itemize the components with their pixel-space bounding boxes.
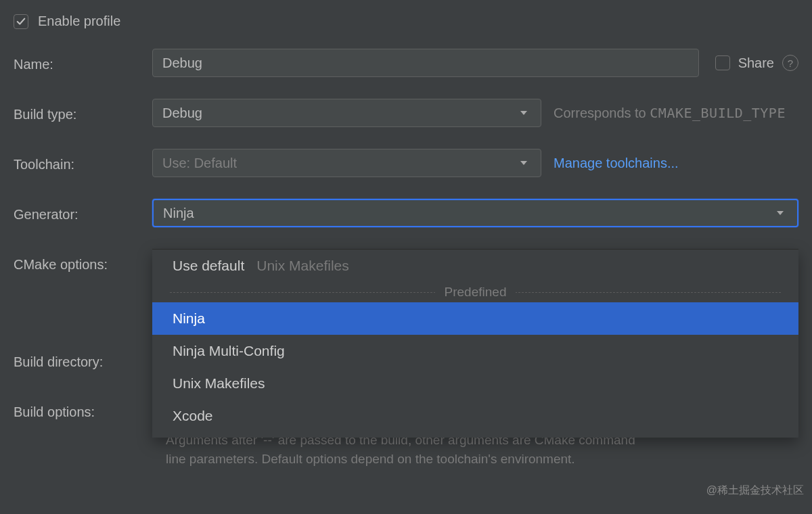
share-group: Share ? xyxy=(715,55,798,71)
enable-profile-label: Enable profile xyxy=(38,14,120,29)
build-type-value: Debug xyxy=(162,106,516,121)
build-type-label: Build type: xyxy=(14,104,152,122)
chevron-down-icon xyxy=(516,160,531,166)
help-icon[interactable]: ? xyxy=(782,55,798,71)
generator-option-default[interactable]: Use default Unix Makefiles xyxy=(152,250,798,282)
generator-option-ninja-multi[interactable]: Ninja Multi-Config xyxy=(152,335,798,367)
manage-toolchains-link[interactable]: Manage toolchains... xyxy=(554,156,679,171)
generator-dropdown: Use default Unix Makefiles Predefined Ni… xyxy=(152,249,798,438)
generator-option-ninja[interactable]: Ninja xyxy=(152,302,798,335)
name-label: Name: xyxy=(14,54,152,72)
generator-label: Generator: xyxy=(14,204,152,223)
build-type-row: Build type: Debug Corresponds to CMAKE_B… xyxy=(14,98,798,128)
toolchain-row: Toolchain: Use: Default Manage toolchain… xyxy=(14,148,798,178)
watermark: @稀土掘金技术社区 xyxy=(706,484,804,498)
toolchain-value: Use: Default xyxy=(162,156,516,171)
share-label: Share xyxy=(738,55,774,71)
name-row: Name: Share ? xyxy=(14,48,798,78)
build-options-label: Build options: xyxy=(14,402,152,420)
build-type-select[interactable]: Debug xyxy=(152,99,541,127)
generator-dropdown-divider: Predefined xyxy=(170,282,781,302)
generator-select[interactable]: Ninja xyxy=(152,199,798,227)
toolchain-select[interactable]: Use: Default xyxy=(152,149,541,177)
chevron-down-icon xyxy=(516,110,531,116)
generator-value: Ninja xyxy=(163,206,773,221)
share-checkbox[interactable] xyxy=(715,55,730,70)
cmake-options-label: CMake options: xyxy=(14,254,152,273)
generator-option-xcode[interactable]: Xcode xyxy=(152,400,798,432)
chevron-down-icon xyxy=(773,210,788,216)
enable-profile-row: Enable profile xyxy=(14,14,798,29)
generator-row: Generator: Ninja xyxy=(14,198,798,228)
build-directory-label: Build directory: xyxy=(14,352,152,370)
name-input[interactable] xyxy=(152,49,699,77)
toolchain-label: Toolchain: xyxy=(14,154,152,172)
generator-option-unix-makefiles[interactable]: Unix Makefiles xyxy=(152,367,798,400)
enable-profile-checkbox[interactable] xyxy=(14,14,28,29)
build-type-hint: Corresponds to CMAKE_BUILD_TYPE xyxy=(554,105,786,121)
